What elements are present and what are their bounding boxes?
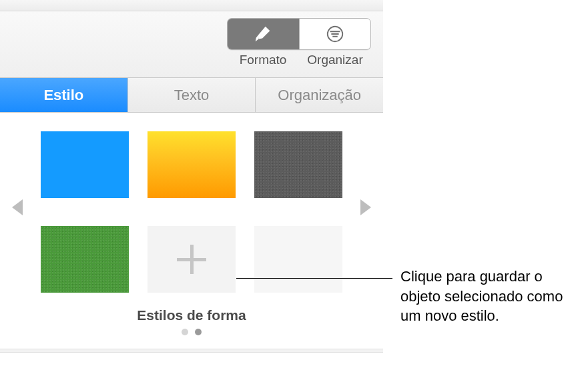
inspector-panel: Formato Organizar Estilo Texto Organizaç… <box>0 0 383 392</box>
shape-styles-area: Estilos de forma <box>0 113 383 342</box>
add-style-button[interactable] <box>148 226 236 293</box>
inspector-tabs: Estilo Texto Organização <box>0 78 383 113</box>
tab-text[interactable]: Texto <box>128 78 256 112</box>
style-swatch-yellow-gradient[interactable] <box>148 131 236 198</box>
callout-leader-line <box>236 278 392 279</box>
shape-styles-caption: Estilos de forma <box>40 307 343 323</box>
styles-next-arrow[interactable] <box>360 199 371 215</box>
paintbrush-icon <box>253 24 273 44</box>
styles-pager <box>40 329 343 335</box>
style-swatch-empty[interactable] <box>254 226 342 293</box>
arrange-label: Organizar <box>299 53 371 67</box>
tab-style[interactable]: Estilo <box>0 78 128 112</box>
style-swatch-grid <box>40 131 343 293</box>
arrange-button[interactable] <box>299 19 371 49</box>
callout-text: Clique para guardar o objeto selecionado… <box>400 267 579 326</box>
style-swatch-green-texture[interactable] <box>41 226 129 293</box>
styles-prev-arrow[interactable] <box>12 199 23 215</box>
pager-dot-2[interactable] <box>195 329 202 335</box>
format-button[interactable] <box>228 19 299 49</box>
tab-arrange[interactable]: Organização <box>256 78 383 112</box>
section-divider <box>0 349 383 353</box>
plus-icon <box>177 245 206 274</box>
format-arrange-segment: Formato Organizar <box>227 18 371 67</box>
style-swatch-gray-texture[interactable] <box>254 131 342 198</box>
toolbar: Formato Organizar <box>0 11 383 78</box>
segmented-control <box>227 18 371 50</box>
format-label: Formato <box>227 53 299 67</box>
pager-dot-1[interactable] <box>182 329 188 335</box>
segmented-labels: Formato Organizar <box>227 53 371 67</box>
window-chrome <box>0 0 383 11</box>
style-swatch-blue[interactable] <box>41 131 129 198</box>
arrange-icon <box>325 24 345 44</box>
